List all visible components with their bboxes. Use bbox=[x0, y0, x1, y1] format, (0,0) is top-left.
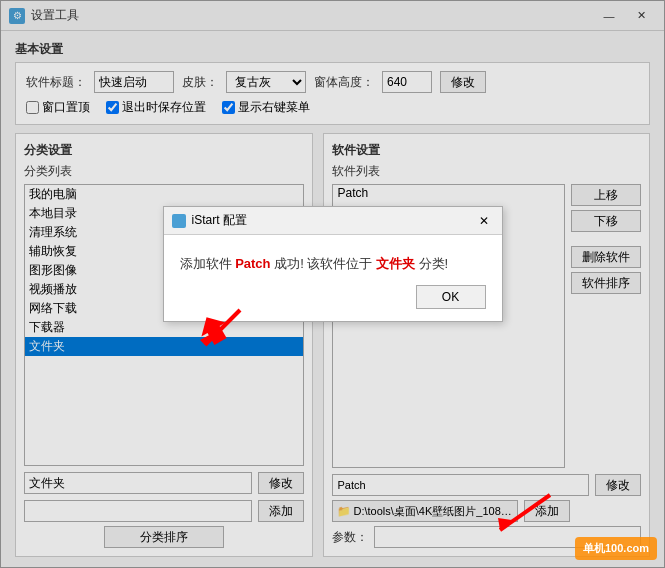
dialog-title-bar: iStart 配置 ✕ bbox=[164, 207, 502, 235]
dialog-icon bbox=[172, 214, 186, 228]
dialog-content: 添加软件 Patch 成功! 该软件位于 文件夹 分类! OK bbox=[164, 235, 502, 321]
dialog-message-name: Patch bbox=[235, 256, 270, 271]
dialog-message-middle: 成功! 该软件位于 bbox=[271, 256, 376, 271]
main-window: ⚙ 设置工具 — ✕ 基本设置 软件标题： 皮肤： 复古灰 窗体高度： bbox=[0, 0, 665, 568]
dialog-message-category: 文件夹 bbox=[376, 256, 415, 271]
dialog-title: iStart 配置 bbox=[192, 212, 474, 229]
dialog-close-button[interactable]: ✕ bbox=[474, 212, 494, 230]
dialog-buttons: OK bbox=[180, 285, 486, 309]
dialog-message-prefix: 添加软件 bbox=[180, 256, 236, 271]
dialog-message: 添加软件 Patch 成功! 该软件位于 文件夹 分类! bbox=[180, 255, 486, 273]
dialog-box: iStart 配置 ✕ 添加软件 Patch 成功! 该软件位于 文件夹 分类!… bbox=[163, 206, 503, 322]
dialog-message-suffix: 分类! bbox=[415, 256, 448, 271]
dialog-overlay: iStart 配置 ✕ 添加软件 Patch 成功! 该软件位于 文件夹 分类!… bbox=[0, 0, 665, 568]
ok-button[interactable]: OK bbox=[416, 285, 486, 309]
watermark: 单机100.com bbox=[575, 537, 657, 560]
